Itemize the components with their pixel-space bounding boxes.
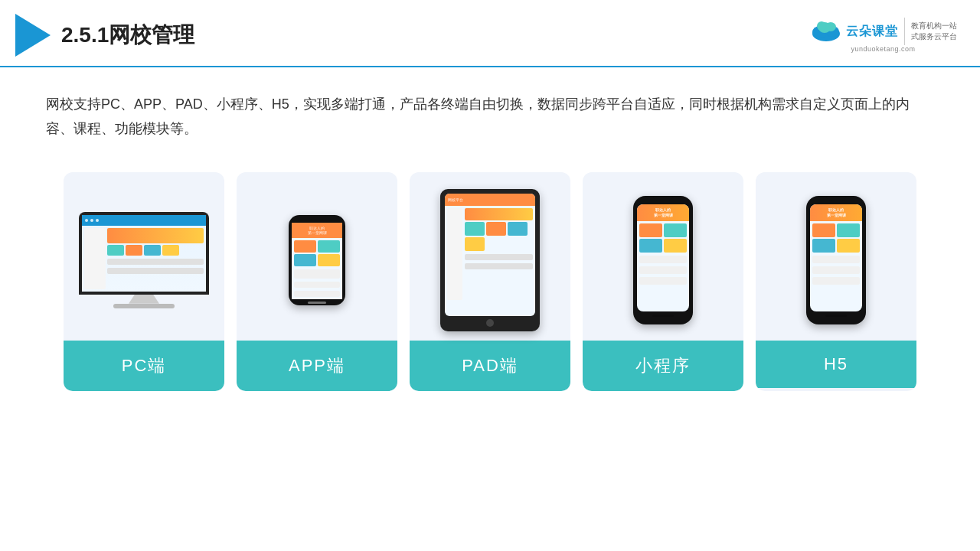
card-pad: 网校平台 <box>410 172 570 391</box>
cards-container: PC端 职达人的第一堂网课 <box>0 157 980 414</box>
tablet-icon: 网校平台 <box>440 189 540 331</box>
card-h5-label: H5 <box>756 341 916 388</box>
card-app: 职达人的第一堂网课 <box>237 172 397 391</box>
monitor-icon <box>79 212 209 308</box>
card-pc-label: PC端 <box>64 341 224 391</box>
card-h5-image: 职达人的第一堂网课 <box>756 172 916 341</box>
card-pad-image: 网校平台 <box>410 172 570 341</box>
phone-h5-icon: 职达人的第一堂网课 <box>806 196 866 324</box>
header-right: 云朵课堂 教育机构一站 式服务云平台 yunduoketang.com <box>809 18 957 53</box>
description-paragraph: 网校支持PC、APP、PAD、小程序、H5，实现多端打通，产品各终端自由切换，数… <box>46 92 934 142</box>
brand-cloud: 云朵课堂 教育机构一站 式服务云平台 <box>809 18 957 45</box>
card-miniapp-image: 职达人的第一堂网课 <box>583 172 743 341</box>
brand-tagline: 教育机构一站 式服务云平台 <box>904 18 957 45</box>
brand-logo: 云朵课堂 教育机构一站 式服务云平台 yunduoketang.com <box>809 18 957 53</box>
card-app-image: 职达人的第一堂网课 <box>237 172 397 341</box>
brand-tagline-line2: 式服务云平台 <box>911 31 957 42</box>
card-h5: 职达人的第一堂网课 <box>756 172 916 391</box>
svg-point-5 <box>817 21 826 31</box>
card-pad-label: PAD端 <box>410 341 570 391</box>
phone-app-icon: 职达人的第一堂网课 <box>289 215 345 305</box>
card-pc-image <box>64 172 224 341</box>
card-miniapp: 职达人的第一堂网课 <box>583 172 743 391</box>
cloud-icon <box>809 20 843 43</box>
brand-name-en: yunduoketang.com <box>851 45 915 53</box>
header: 2.5.1网校管理 云朵课堂 教育机构一站 式服务云平台 y <box>0 0 980 67</box>
logo-triangle-icon <box>15 14 51 57</box>
brand-tagline-line1: 教育机构一站 <box>911 21 957 31</box>
header-left: 2.5.1网校管理 <box>15 14 194 57</box>
svg-point-4 <box>825 22 836 31</box>
description-text: 网校支持PC、APP、PAD、小程序、H5，实现多端打通，产品各终端自由切换，数… <box>0 67 980 157</box>
card-app-label: APP端 <box>237 341 397 391</box>
phone-miniapp-icon: 职达人的第一堂网课 <box>633 196 693 324</box>
page-title: 2.5.1网校管理 <box>61 21 194 50</box>
card-pc: PC端 <box>64 172 224 391</box>
brand-name-cn: 云朵课堂 <box>846 24 898 40</box>
card-miniapp-label: 小程序 <box>583 341 743 391</box>
